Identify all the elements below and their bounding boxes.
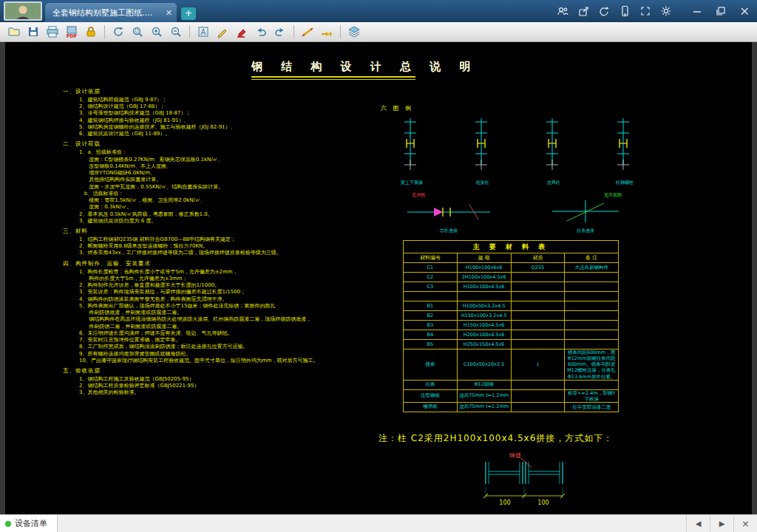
table-row: 楼承板 波高75mm t=1.2mm 拉手页部油漆二度 xyxy=(404,402,619,412)
legend-label: 芯柱连接 xyxy=(404,228,493,234)
layers-button[interactable] xyxy=(344,23,364,41)
cell-material-no: B4 xyxy=(404,330,458,340)
undo-icon xyxy=(254,25,268,38)
save-icon xyxy=(27,25,40,38)
cell-note xyxy=(565,330,619,340)
status-dot-icon xyxy=(5,521,11,527)
cell-grade xyxy=(511,330,565,340)
measure-continuous-icon xyxy=(320,25,333,38)
pen-icon xyxy=(216,25,229,38)
cell-note xyxy=(565,292,619,301)
share-button[interactable] xyxy=(577,4,590,18)
contacts-button[interactable] xyxy=(556,4,569,18)
spec-section: 四、构件制作、运输、安装要求 1、构件长度检查：当构件长度小于或等于5m，允许偏… xyxy=(63,260,396,364)
svg-text:PDF: PDF xyxy=(67,33,78,38)
splice-note: 注：柱 C2采用2H100x100x4.5x6拼接，方式如下： xyxy=(378,432,613,445)
contacts-icon xyxy=(557,5,568,17)
cell-material-no: B5 xyxy=(404,340,458,349)
title-underline xyxy=(251,79,415,80)
mobile-button[interactable] xyxy=(618,4,631,18)
table-row: B1 H100x50x3.2x4.5 xyxy=(404,301,619,311)
device-list-label: 设备清单 xyxy=(15,518,47,529)
column-symbol-icon xyxy=(601,117,648,176)
cell-grade xyxy=(511,380,565,389)
legend-symbols: 梁上下翼缘 xyxy=(385,117,671,186)
export-pdf-button[interactable]: PDF xyxy=(62,23,81,41)
spec-text: 一、设计依据 1、建筑结构荷载规范（GBJ 9-87）； 2、钢结构设计规范（G… xyxy=(63,88,396,400)
cell-material-no: B3 xyxy=(404,321,458,330)
open-button[interactable] xyxy=(4,23,24,41)
table-row: C3 H100x100x4.5x6 xyxy=(404,282,619,292)
print-button[interactable] xyxy=(43,23,62,41)
legend-heading: 六 图 例 xyxy=(381,104,671,112)
undo-button[interactable] xyxy=(251,23,271,41)
measure-length-button[interactable] xyxy=(298,23,317,41)
table-row: 拉条 Φ12圆钢 xyxy=(404,380,619,389)
layers-icon xyxy=(347,25,361,38)
tab-close-icon[interactable]: ✕ xyxy=(166,8,172,18)
device-list-panel-toggle[interactable]: 设备清单 xyxy=(0,515,58,532)
materials-table: 主 要 材 料 表 材料编号 规 格 材质 备 注 C1 H100x100x6x… xyxy=(403,240,619,412)
new-tab-button[interactable]: + xyxy=(181,7,196,20)
cell-spec: H100x100x4.5x6 xyxy=(457,282,511,292)
section-heading: 四、构件制作、运输、安装要求 xyxy=(63,260,396,267)
drawing-canvas[interactable]: 钢 结 构 设 计 总 说 明 一、设计依据 1、建筑结构荷载规范（GBJ 9-… xyxy=(5,42,752,514)
zoom-window-icon xyxy=(131,25,144,38)
section-heading: 一、设计依据 xyxy=(63,88,396,95)
zoom-out-button[interactable] xyxy=(166,23,186,41)
cell-material-no: C1 xyxy=(404,263,458,273)
section-heading: 二、设计荷载 xyxy=(63,140,396,148)
share-icon xyxy=(577,5,589,17)
dim-left: 100 xyxy=(499,499,510,506)
lock-button[interactable] xyxy=(81,23,101,41)
toolbar-separator xyxy=(189,25,190,38)
section-heading: 五、验收依据 xyxy=(63,367,396,375)
column-header: 材质 xyxy=(511,253,565,263)
next-page-button[interactable]: ▶ xyxy=(710,515,733,532)
cell-note: 檩条间距600mm，用Φ12mm圆钢拉条间距600mm。檩条与斜梁M12螺栓连接… xyxy=(565,349,619,381)
table-row: B3 H150x100x4.5x6 xyxy=(404,321,619,330)
maximize-button[interactable] xyxy=(714,4,727,18)
zoom-window-button[interactable] xyxy=(128,23,147,41)
section-body: 1、构件长度检查：当构件长度小于或等于5m，允许偏差为±2mm， 构件的长度大于… xyxy=(63,269,396,364)
close-button[interactable] xyxy=(738,4,751,18)
cell-grade xyxy=(511,311,565,321)
maximize-icon xyxy=(715,5,727,17)
cell-grade xyxy=(511,301,565,311)
titlebar-actions xyxy=(556,4,757,18)
cell-note xyxy=(565,301,619,311)
window-controls xyxy=(690,4,751,18)
redo-button[interactable] xyxy=(271,23,290,41)
settings-button[interactable] xyxy=(659,4,673,18)
fullscreen-button[interactable] xyxy=(639,4,652,18)
highlighter-button[interactable] xyxy=(232,23,251,41)
highlighter-icon xyxy=(235,25,248,38)
zoom-in-icon xyxy=(150,25,163,38)
svg-text:A: A xyxy=(201,28,206,36)
statusbar: 设备清单 ◀ ▶ × xyxy=(0,514,757,532)
section-body: 1、钢结构工程施工及验收规范（GBJ50205-95） 2、钢结构工程质量检验评… xyxy=(63,376,396,397)
save-button[interactable] xyxy=(24,23,43,41)
measure-continuous-button[interactable] xyxy=(317,23,336,41)
text-annotate-button[interactable]: A xyxy=(194,23,213,41)
pen-annotate-button[interactable] xyxy=(213,23,232,41)
zoom-in-button[interactable] xyxy=(147,23,166,41)
fullscreen-icon xyxy=(639,5,651,17)
avatar-photo xyxy=(5,3,41,21)
section-body: 1、结构工程钢材Q235钢 材料符合GB700—88中结构钢有关规定； 2、断面… xyxy=(63,236,396,257)
rotate-view-button[interactable] xyxy=(109,23,128,41)
table-row: B4 H200x100x4.5x6 xyxy=(404,330,619,340)
sync-button[interactable] xyxy=(597,4,611,18)
prev-page-button[interactable]: ◀ xyxy=(686,515,710,532)
avatar[interactable] xyxy=(4,1,42,21)
cell-spec: H150x100x4.5x6 xyxy=(457,321,511,330)
column-symbol-icon xyxy=(388,117,435,176)
minimize-button[interactable] xyxy=(690,4,704,18)
cell-spec xyxy=(457,292,511,301)
document-tab[interactable]: 全套钢结构别墅施工图纸.... ✕ xyxy=(45,3,177,22)
open-icon xyxy=(7,25,21,38)
cell-grade xyxy=(511,282,565,292)
cell-spec: 2H100x100x4.5x6 xyxy=(457,273,511,282)
title-underline xyxy=(251,76,415,78)
close-panel-button[interactable]: × xyxy=(733,515,757,532)
